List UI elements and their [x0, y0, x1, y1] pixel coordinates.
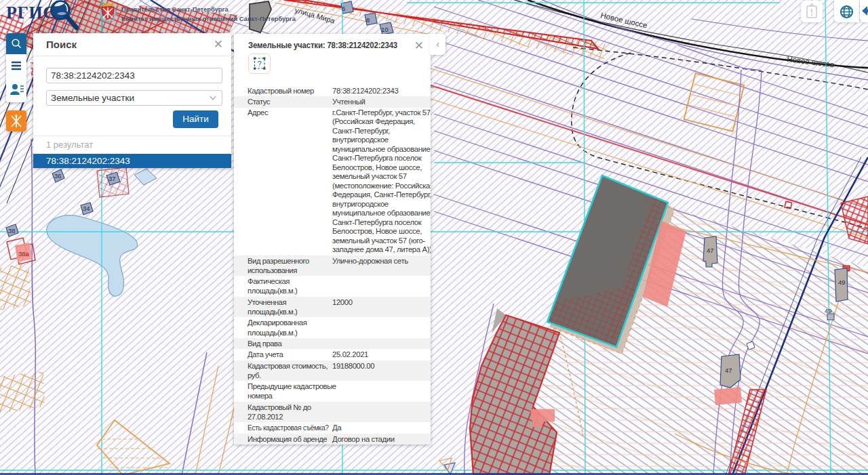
svg-text:10: 10	[381, 26, 389, 33]
svg-text:47: 47	[707, 247, 714, 254]
svg-text:6: 6	[342, 5, 345, 12]
svg-text:49: 49	[838, 278, 846, 286]
svg-text:37: 37	[108, 175, 116, 182]
svg-text:?: ?	[258, 60, 262, 68]
svg-text:38a: 38a	[18, 250, 30, 257]
svg-text:47: 47	[725, 367, 732, 374]
svg-text:34: 34	[83, 205, 90, 212]
svg-text:8: 8	[366, 16, 370, 24]
svg-text:38: 38	[8, 227, 16, 234]
svg-text:16: 16	[201, 26, 209, 33]
svg-text:36: 36	[54, 172, 62, 180]
svg-text:49: 49	[825, 307, 832, 314]
